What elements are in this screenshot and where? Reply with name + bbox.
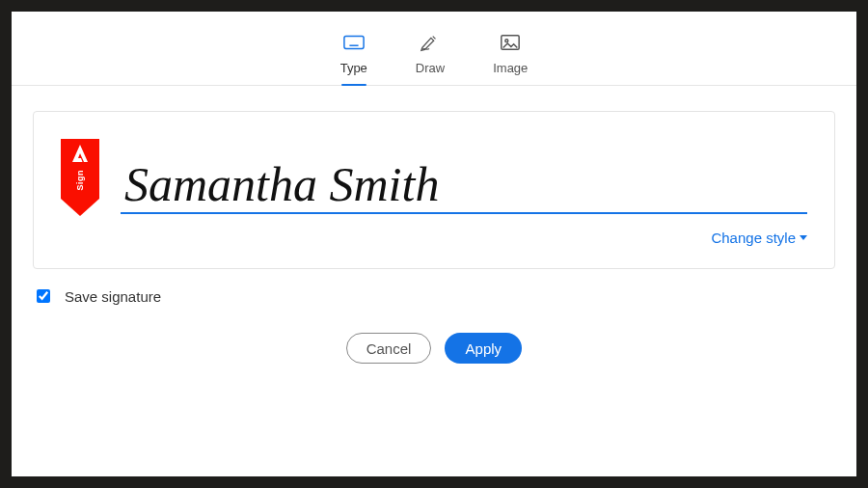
cancel-button[interactable]: Cancel	[346, 333, 432, 364]
sign-tag-label: Sign	[75, 170, 85, 191]
caret-down-icon	[800, 235, 807, 240]
save-signature-checkbox[interactable]	[37, 289, 50, 303]
tab-label: Image	[493, 61, 528, 75]
tab-label: Draw	[416, 61, 445, 75]
tab-type[interactable]: Type	[340, 33, 367, 75]
tab-label: Type	[340, 61, 367, 75]
sign-here-tag: Sign	[61, 139, 99, 214]
save-signature-label: Save signature	[65, 288, 161, 305]
svg-rect-0	[344, 37, 364, 49]
draw-icon	[420, 33, 441, 55]
signature-card: Sign Change style	[33, 111, 835, 269]
change-style-link[interactable]: Change style	[711, 230, 807, 246]
keyboard-icon	[343, 33, 365, 55]
signature-mode-tabs: Type Draw Image	[12, 12, 856, 86]
tab-image[interactable]: Image	[493, 33, 528, 75]
apply-button[interactable]: Apply	[445, 333, 522, 364]
image-icon	[500, 33, 521, 55]
change-style-label: Change style	[711, 230, 796, 246]
signature-input[interactable]	[121, 156, 807, 214]
adobe-icon	[70, 143, 90, 168]
save-signature-row[interactable]: Save signature	[33, 286, 856, 306]
tab-draw[interactable]: Draw	[416, 33, 445, 75]
dialog-footer: Cancel Apply	[12, 333, 856, 364]
signature-row: Sign	[61, 139, 807, 214]
svg-point-11	[505, 40, 508, 42]
